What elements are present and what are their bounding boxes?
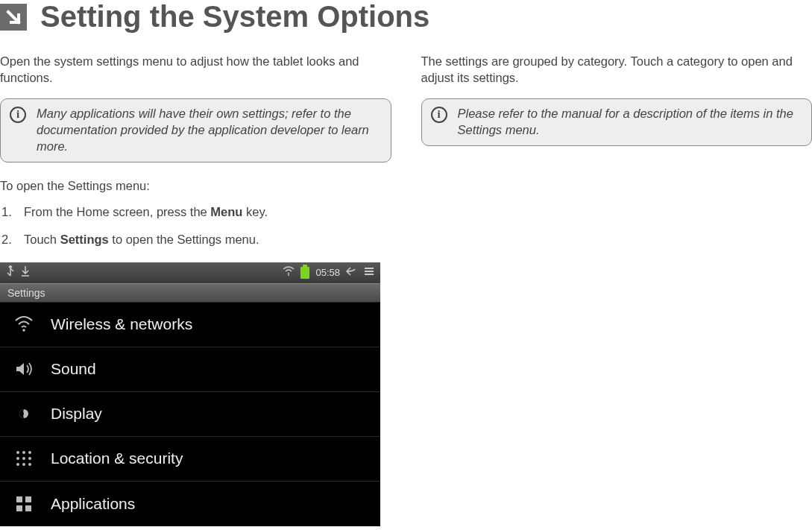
right-column: The settings are grouped by category. To…	[421, 53, 813, 526]
wifi-icon	[13, 314, 34, 335]
settings-row-label: Sound	[51, 360, 96, 378]
info-box-left: i Many applications will have their own …	[0, 98, 391, 163]
status-left	[6, 265, 30, 280]
settings-screenshot: 05:58 Settings Wireless & networks	[0, 262, 380, 526]
back-icon	[346, 266, 358, 279]
info-box-text: Please refer to the manual for a descrip…	[458, 105, 803, 139]
page-title: Setting the System Options	[40, 0, 429, 34]
usb-icon	[6, 265, 15, 280]
settings-row-applications[interactable]: Applications	[0, 482, 380, 526]
svg-rect-16	[25, 496, 31, 502]
battery-icon	[300, 267, 309, 279]
svg-point-12	[16, 463, 19, 466]
step-number: 2.	[1, 231, 24, 247]
svg-rect-3	[365, 274, 374, 275]
status-bar: 05:58	[0, 262, 380, 283]
info-box-text: Many applications will have their own se…	[37, 105, 382, 155]
step-text: From the Home screen, press the Menu key…	[24, 204, 268, 220]
settings-row-wireless[interactable]: Wireless & networks	[0, 303, 380, 347]
left-column: Open the system settings menu to adjust …	[0, 53, 391, 526]
svg-point-4	[22, 329, 25, 332]
step-number: 1.	[1, 204, 24, 220]
menu-icon	[364, 266, 374, 279]
svg-point-9	[16, 457, 19, 460]
svg-point-0	[288, 274, 289, 276]
settings-row-label: Display	[51, 405, 102, 423]
svg-point-13	[22, 463, 25, 466]
screenshot-title: Settings	[0, 283, 380, 303]
content-columns: Open the system settings menu to adjust …	[0, 53, 812, 526]
right-intro-text: The settings are grouped by category. To…	[421, 53, 813, 86]
settings-row-location[interactable]: Location & security	[0, 437, 380, 482]
step-item: 2. Touch Settings to open the Settings m…	[1, 231, 391, 247]
download-icon	[21, 266, 30, 279]
apps-icon	[13, 493, 34, 514]
svg-rect-18	[25, 505, 31, 511]
page-header: Setting the System Options	[0, 0, 812, 34]
display-icon	[13, 403, 34, 424]
step-text: Touch Settings to open the Settings menu…	[24, 231, 259, 247]
steps-heading: To open the Settings menu:	[0, 179, 391, 193]
status-right: 05:58	[283, 266, 374, 279]
location-icon	[13, 448, 34, 469]
svg-point-14	[28, 463, 31, 466]
svg-point-8	[28, 451, 31, 454]
info-icon: i	[10, 107, 26, 123]
sound-icon	[13, 359, 34, 379]
info-box-right: i Please refer to the manual for a descr…	[421, 98, 813, 147]
settings-row-sound[interactable]: Sound	[0, 347, 380, 392]
steps-list: 1. From the Home screen, press the Menu …	[0, 204, 391, 247]
svg-point-7	[22, 451, 25, 454]
settings-row-display[interactable]: Display	[0, 392, 380, 437]
header-arrow-icon	[0, 4, 27, 31]
step-item: 1. From the Home screen, press the Menu …	[1, 204, 391, 220]
svg-point-6	[16, 451, 19, 454]
svg-rect-1	[365, 268, 374, 269]
wifi-icon	[283, 266, 295, 279]
svg-point-11	[28, 457, 31, 460]
svg-point-10	[22, 457, 25, 460]
settings-row-label: Wireless & networks	[51, 315, 192, 333]
settings-row-label: Applications	[51, 495, 135, 513]
svg-rect-15	[16, 496, 22, 502]
svg-rect-2	[365, 271, 374, 272]
settings-row-label: Location & security	[51, 449, 183, 467]
left-intro-text: Open the system settings menu to adjust …	[0, 53, 391, 86]
status-time: 05:58	[315, 267, 340, 278]
info-icon: i	[431, 107, 447, 123]
svg-rect-17	[16, 505, 22, 511]
